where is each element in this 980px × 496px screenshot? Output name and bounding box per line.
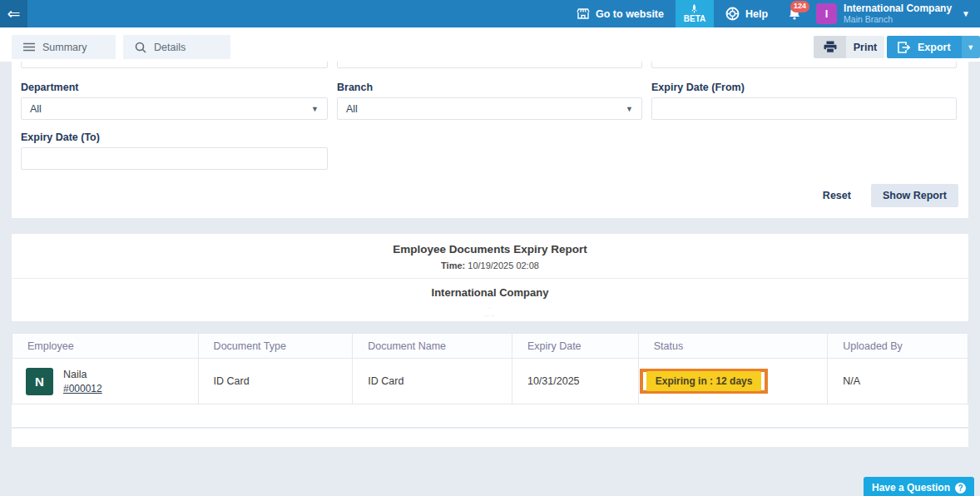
hamburger-icon — [23, 42, 35, 52]
employee-meta: Naila #000012 — [63, 369, 102, 394]
lifebuoy-icon — [725, 7, 740, 21]
company-names: International Company Main Branch — [844, 3, 952, 25]
report-time-value: 10/19/2025 02:08 — [465, 260, 539, 270]
help-label: Help — [745, 8, 768, 20]
chevron-down-icon: ▼ — [626, 105, 633, 113]
department-label: Department — [21, 82, 78, 93]
column-header-status[interactable]: Status — [639, 334, 829, 358]
document-type-cell: ID Card — [199, 359, 354, 404]
header-right-cluster: Go to website BETA — [565, 0, 980, 27]
page: ⇐ Go to website — [0, 0, 980, 496]
fine-print-line-1: · — [12, 305, 968, 312]
cropped-filter-field-1 — [21, 62, 328, 68]
report-time-label: Time: — [441, 260, 465, 270]
export-label: Export — [918, 42, 951, 53]
company-avatar: I — [816, 3, 837, 24]
cropped-filter-field-2 — [337, 62, 642, 68]
expiry-to-label: Expiry Date (To) — [21, 131, 100, 143]
table-header-row: Employee Document Type Document Name Exp… — [12, 333, 968, 359]
column-header-expiry-date[interactable]: Expiry Date — [512, 334, 639, 358]
storefront-icon — [577, 8, 590, 19]
account-menu[interactable]: I International Company Main Branch ▼ — [814, 3, 980, 25]
rocket-icon — [690, 4, 699, 14]
expiry-to-field[interactable] — [21, 147, 328, 170]
print-button[interactable]: Print — [814, 36, 884, 58]
filter-actions: Reset Show Report — [823, 184, 958, 207]
export-dropdown-arrow[interactable]: ▼ — [962, 36, 980, 58]
status-badge: Expiring in : 12 days — [646, 371, 762, 391]
notification-count-badge: 124 — [790, 1, 809, 12]
employee-id-link[interactable]: #000012 — [63, 383, 102, 394]
column-header-employee[interactable]: Employee — [12, 334, 199, 358]
employee-name: Naila — [63, 369, 102, 380]
chevron-down-icon: ▼ — [311, 105, 319, 113]
export-button[interactable]: Export ▼ — [887, 36, 980, 58]
branch-label: Branch — [337, 82, 373, 93]
show-report-button[interactable]: Show Report — [871, 184, 958, 207]
question-mark-icon: ? — [955, 483, 966, 494]
expiry-to-input[interactable] — [30, 148, 319, 169]
status-cell: Expiring in : 12 days — [639, 359, 829, 404]
employee-cell: N Naila #000012 — [12, 359, 199, 404]
have-a-question-button[interactable]: Have a Question ? — [864, 477, 974, 496]
table-row: N Naila #000012 ID Card ID Card 10/31/20… — [12, 359, 968, 404]
back-button[interactable]: ⇐ — [0, 0, 27, 27]
highlight-annotation-box: Expiring in : 12 days — [640, 369, 769, 394]
company-name: International Company — [844, 3, 952, 15]
export-main: Export — [887, 36, 962, 58]
notifications-button[interactable]: 124 — [780, 0, 814, 27]
print-label: Print — [846, 36, 884, 58]
beta-label: BETA — [684, 14, 705, 23]
back-arrow-icon: ⇐ — [7, 4, 21, 23]
column-header-uploaded-by[interactable]: Uploaded By — [828, 334, 968, 358]
tab-details[interactable]: Details — [123, 35, 230, 59]
department-value: All — [30, 103, 42, 115]
report-toolbar: Summary Details Print — [0, 27, 980, 62]
help-button[interactable]: Help — [714, 0, 780, 27]
expiry-from-input[interactable] — [661, 98, 948, 119]
tab-summary-label: Summary — [42, 42, 87, 53]
fine-print-line-2: ·· ·· — [12, 312, 968, 320]
department-select[interactable]: All ▼ — [21, 97, 328, 120]
expiry-from-field[interactable] — [651, 97, 957, 120]
employee-avatar: N — [26, 368, 53, 395]
branch-value: All — [346, 103, 358, 115]
printer-icon — [814, 36, 846, 58]
cropped-filter-field-3 — [651, 62, 957, 68]
column-header-document-name[interactable]: Document Name — [353, 334, 512, 358]
top-header-bar: ⇐ Go to website — [0, 0, 980, 27]
report-title: Employee Documents Expiry Report — [12, 234, 968, 255]
tab-summary[interactable]: Summary — [12, 35, 116, 59]
filters-panel: Department Branch Expiry Date (From) All… — [12, 62, 968, 218]
search-icon — [135, 42, 146, 53]
expiry-date-cell: 10/31/2025 — [512, 359, 639, 404]
have-a-question-label: Have a Question — [872, 482, 950, 494]
chevron-down-icon: ▼ — [962, 9, 970, 18]
report-fine-print: · ·· ·· — [12, 299, 968, 320]
tab-details-label: Details — [154, 42, 186, 53]
export-icon — [898, 42, 910, 53]
reset-button[interactable]: Reset — [823, 190, 851, 201]
report-time: Time: 10/19/2025 02:08 — [12, 255, 968, 270]
empty-footer-strip — [12, 429, 968, 447]
report-company-name: International Company — [12, 279, 968, 299]
document-name-cell: ID Card — [353, 359, 512, 404]
go-to-website-button[interactable]: Go to website — [565, 0, 676, 27]
go-to-website-label: Go to website — [596, 8, 664, 20]
column-header-document-type[interactable]: Document Type — [199, 334, 354, 358]
expiry-from-label: Expiry Date (From) — [651, 82, 745, 93]
results-table: Employee Document Type Document Name Exp… — [12, 333, 968, 427]
branch-select[interactable]: All ▼ — [337, 97, 642, 120]
uploaded-by-cell: N/A — [828, 359, 968, 404]
report-header-card: Employee Documents Expiry Report Time: 1… — [12, 234, 968, 321]
branch-name: Main Branch — [844, 14, 952, 24]
beta-button[interactable]: BETA — [676, 0, 714, 27]
